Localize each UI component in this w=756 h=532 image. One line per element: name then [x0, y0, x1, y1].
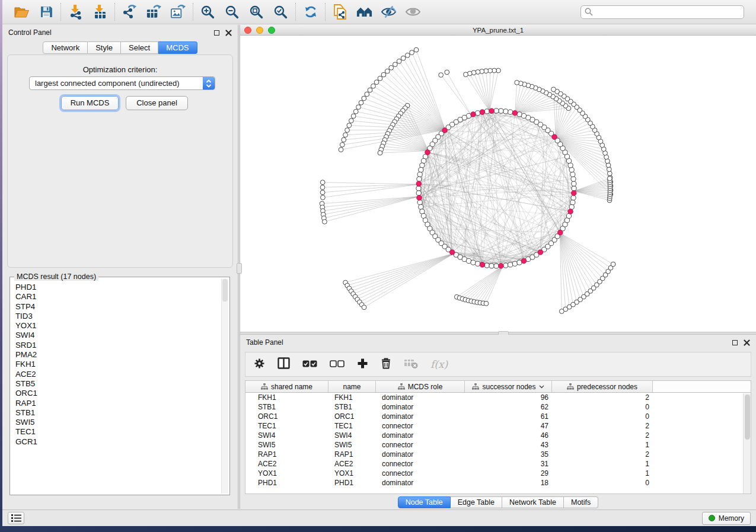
- graph-node[interactable]: [417, 172, 422, 177]
- zoom-fit-icon[interactable]: [248, 4, 264, 20]
- graph-node[interactable]: [508, 110, 513, 114]
- graph-node[interactable]: [569, 204, 574, 209]
- zoom-in-icon[interactable]: [200, 4, 216, 20]
- graph-node[interactable]: [385, 69, 390, 73]
- graph-node[interactable]: [420, 163, 425, 168]
- graph-node[interactable]: [374, 80, 379, 85]
- close-panel-icon[interactable]: [744, 339, 750, 346]
- result-list-scrollbar[interactable]: [221, 278, 228, 493]
- maximize-window-icon[interactable]: [268, 27, 275, 34]
- tab-mcds[interactable]: MCDS: [158, 41, 197, 54]
- graph-node-mcds[interactable]: [571, 191, 576, 196]
- result-node-item[interactable]: YOX1: [15, 321, 221, 331]
- graph-node[interactable]: [464, 72, 468, 77]
- graph-node[interactable]: [345, 128, 350, 133]
- graph-node-mcds[interactable]: [538, 250, 543, 255]
- zoom-out-icon[interactable]: [224, 4, 240, 20]
- graph-node[interactable]: [484, 263, 489, 268]
- graph-node-mcds[interactable]: [521, 258, 527, 264]
- graph-node[interactable]: [340, 142, 344, 147]
- table-row[interactable]: SWI5SWI5connector431: [245, 440, 751, 450]
- result-node-item[interactable]: SWI5: [15, 418, 221, 427]
- graph-node[interactable]: [572, 181, 576, 186]
- hide-selected-eye-icon[interactable]: [381, 4, 397, 20]
- graph-node[interactable]: [570, 200, 575, 205]
- graph-node[interactable]: [371, 84, 376, 88]
- tab-network[interactable]: Network: [43, 41, 88, 54]
- tab-motifs[interactable]: Motifs: [564, 496, 598, 508]
- graph-node-mcds[interactable]: [568, 209, 573, 214]
- graph-node[interactable]: [571, 177, 576, 181]
- graph-node[interactable]: [405, 53, 410, 57]
- graph-node[interactable]: [349, 118, 353, 123]
- tab-node-table[interactable]: Node Table: [398, 496, 451, 508]
- graph-node-mcds[interactable]: [499, 263, 504, 268]
- column-header-successor-nodes[interactable]: successor nodes: [465, 381, 552, 392]
- graph-node[interactable]: [342, 137, 346, 142]
- import-table-icon[interactable]: [92, 4, 108, 20]
- graph-node-mcds[interactable]: [425, 150, 430, 155]
- tab-network-table[interactable]: Network Table: [502, 496, 564, 508]
- graph-node[interactable]: [351, 114, 356, 118]
- graph-node[interactable]: [494, 108, 499, 113]
- function-builder-icon[interactable]: f(x): [430, 358, 448, 370]
- minimize-window-icon[interactable]: [256, 27, 263, 34]
- graph-node[interactable]: [489, 264, 494, 268]
- graph-node[interactable]: [417, 177, 422, 181]
- graph-node-mcds[interactable]: [558, 230, 563, 235]
- graph-node[interactable]: [362, 305, 366, 310]
- network-window-titlebar[interactable]: YPA_prune.txt_1: [240, 25, 756, 36]
- graph-node[interactable]: [572, 186, 576, 191]
- float-panel-icon[interactable]: [732, 340, 738, 345]
- graph-node-mcds[interactable]: [480, 110, 485, 115]
- graph-node[interactable]: [397, 59, 401, 63]
- result-node-item[interactable]: SRD1: [15, 341, 221, 350]
- zoom-selected-icon[interactable]: [273, 4, 289, 20]
- delete-column-icon[interactable]: [381, 357, 391, 371]
- graph-node[interactable]: [551, 87, 556, 92]
- graph-node[interactable]: [517, 112, 522, 117]
- find-neighbors-icon[interactable]: [356, 4, 372, 20]
- graph-node[interactable]: [476, 261, 480, 266]
- result-node-item[interactable]: ACE2: [15, 370, 221, 379]
- column-header-name[interactable]: name: [328, 381, 376, 392]
- criterion-dropdown[interactable]: largest connected component (undirected): [29, 76, 215, 90]
- graph-node[interactable]: [378, 150, 382, 155]
- graph-node[interactable]: [320, 190, 325, 195]
- graph-node[interactable]: [484, 109, 489, 114]
- graph-node[interactable]: [571, 196, 576, 200]
- graph-node[interactable]: [499, 108, 503, 113]
- graph-node-mcds[interactable]: [449, 250, 455, 255]
- graph-node[interactable]: [401, 56, 406, 60]
- graph-node[interactable]: [356, 105, 361, 110]
- table-row[interactable]: FKH1FKH1dominator962: [245, 393, 751, 402]
- graph-node[interactable]: [421, 158, 426, 163]
- graph-node[interactable]: [508, 262, 513, 267]
- graph-node[interactable]: [420, 209, 425, 214]
- column-header-predecessor-nodes[interactable]: predecessor nodes: [552, 381, 653, 392]
- graph-node[interactable]: [494, 264, 499, 268]
- graph-node[interactable]: [378, 76, 382, 81]
- graph-node[interactable]: [521, 113, 526, 118]
- result-node-item[interactable]: STB1: [15, 408, 221, 418]
- close-panel-button[interactable]: Close panel: [126, 96, 188, 110]
- select-all-icon[interactable]: [302, 359, 317, 370]
- graph-node[interactable]: [323, 219, 327, 224]
- delete-table-icon[interactable]: [404, 357, 418, 371]
- graph-node[interactable]: [321, 195, 326, 200]
- table-row[interactable]: YOX1YOX1connector291: [245, 469, 751, 478]
- memory-button[interactable]: Memory: [702, 512, 751, 525]
- table-row[interactable]: STB1STB1dominator620: [245, 402, 751, 412]
- tab-edge-table[interactable]: Edge Table: [451, 496, 502, 508]
- graph-node[interactable]: [607, 167, 611, 172]
- graph-node[interactable]: [439, 73, 444, 78]
- graph-node[interactable]: [569, 168, 574, 172]
- show-columns-icon[interactable]: [277, 357, 290, 371]
- export-network-icon[interactable]: [122, 4, 138, 20]
- tab-select[interactable]: Select: [121, 41, 158, 54]
- graph-node[interactable]: [471, 260, 476, 265]
- table-row[interactable]: RAP1RAP1dominator352: [245, 450, 751, 459]
- result-node-item[interactable]: FKH1: [15, 360, 221, 369]
- graph-node[interactable]: [320, 180, 325, 185]
- graph-node[interactable]: [503, 109, 508, 114]
